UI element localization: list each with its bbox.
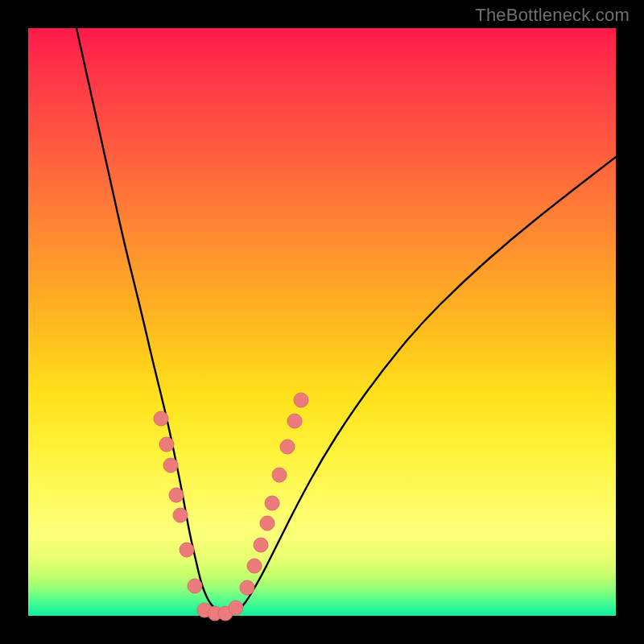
watermark-text: TheBottleneck.com bbox=[475, 5, 630, 26]
highlight-dot bbox=[188, 579, 202, 593]
highlight-dot bbox=[272, 468, 287, 482]
highlight-dot bbox=[240, 580, 254, 595]
highlight-dot bbox=[180, 543, 194, 557]
highlight-dot bbox=[154, 411, 168, 426]
curve-layer bbox=[28, 28, 616, 616]
highlight-dot bbox=[247, 559, 262, 573]
highlight-dot bbox=[280, 440, 295, 454]
highlight-dots-group bbox=[154, 393, 308, 621]
highlight-dot bbox=[169, 488, 184, 502]
highlight-dot bbox=[163, 458, 178, 473]
chart-frame: TheBottleneck.com bbox=[0, 0, 644, 644]
highlight-dot bbox=[254, 538, 268, 552]
highlight-dot bbox=[173, 508, 188, 522]
highlight-dot bbox=[159, 437, 174, 452]
highlight-dot bbox=[294, 393, 308, 407]
bottleneck-curve bbox=[76, 28, 616, 614]
highlight-dot bbox=[287, 414, 302, 428]
highlight-dot bbox=[229, 601, 243, 615]
highlight-dot bbox=[260, 516, 275, 530]
highlight-dot bbox=[265, 496, 279, 510]
